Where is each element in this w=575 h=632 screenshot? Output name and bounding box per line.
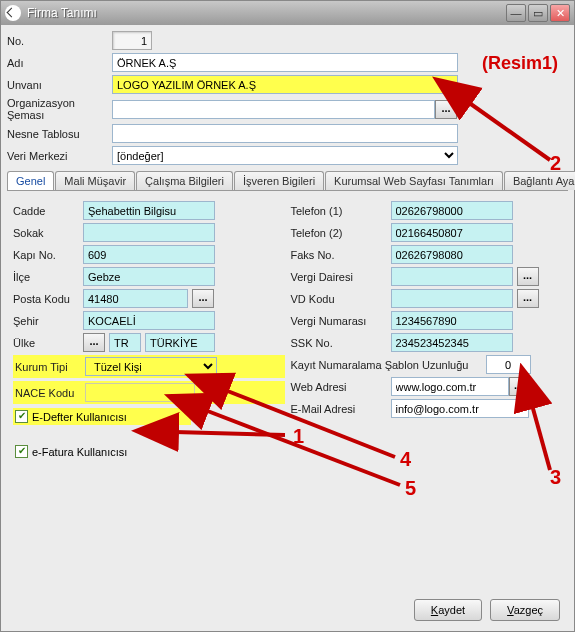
tab-body: Cadde Sokak Kapı No. İlçe Posta Kodu... … <box>7 191 568 466</box>
save-button[interactable]: Kaydet <box>414 599 482 621</box>
tel2-field[interactable] <box>391 223 513 242</box>
tab-genel[interactable]: Genel <box>7 171 54 190</box>
client-area: (Resim1) No. Adı Unvanı Organizasyon Şem… <box>1 25 574 631</box>
email-label: E-Mail Adresi <box>291 403 391 415</box>
unvani-label: Unvanı <box>7 79 112 91</box>
web-label: Web Adresi <box>291 381 391 393</box>
minimize-button[interactable]: — <box>506 4 526 22</box>
sehir-field[interactable] <box>83 311 215 330</box>
posta-field[interactable] <box>83 289 188 308</box>
cadde-field[interactable] <box>83 201 215 220</box>
kayit-field[interactable] <box>486 355 531 374</box>
ilce-field[interactable] <box>83 267 215 286</box>
nace-field[interactable] <box>85 383 195 402</box>
maximize-button[interactable]: ▭ <box>528 4 548 22</box>
ssk-field[interactable] <box>391 333 513 352</box>
vdk-browse-button[interactable]: ... <box>517 289 539 308</box>
nesne-label: Nesne Tablosu <box>7 128 112 140</box>
ulke-code-field[interactable] <box>109 333 141 352</box>
ilce-label: İlçe <box>13 271 83 283</box>
annot-3: 3 <box>550 466 561 489</box>
org-browse-button[interactable]: ... <box>435 100 457 119</box>
tab-strip: Genel Mali Müşavir Çalışma Bilgileri İşv… <box>7 171 568 191</box>
sokak-label: Sokak <box>13 227 83 239</box>
kapi-field[interactable] <box>83 245 215 264</box>
no-label: No. <box>7 35 112 47</box>
sokak-field[interactable] <box>83 223 215 242</box>
annot-4: 4 <box>400 448 411 471</box>
app-icon <box>5 5 21 21</box>
tab-calisma[interactable]: Çalışma Bilgileri <box>136 171 233 190</box>
tel2-label: Telefon (2) <box>291 227 391 239</box>
tab-baglanti[interactable]: Bağlantı Ayarları <box>504 171 575 190</box>
unvani-field[interactable] <box>112 75 458 94</box>
ulke-name-field[interactable] <box>145 333 215 352</box>
adi-field[interactable] <box>112 53 458 72</box>
tab-mali[interactable]: Mali Müşavir <box>55 171 135 190</box>
resim-label: (Resim1) <box>482 53 558 74</box>
efatura-wrap[interactable]: ✔e-Fatura Kullanıcısı <box>13 443 285 460</box>
tel1-field[interactable] <box>391 201 513 220</box>
vd-field[interactable] <box>391 267 513 286</box>
web-field[interactable] <box>391 377 509 396</box>
cancel-button[interactable]: Vazgeç <box>490 599 560 621</box>
no-field[interactable] <box>112 31 152 50</box>
org-field[interactable] <box>112 100 435 119</box>
org-label: Organizasyon Şeması <box>7 97 112 121</box>
close-button[interactable]: ✕ <box>550 4 570 22</box>
annot-2: 2 <box>550 152 561 175</box>
efatura-label: e-Fatura Kullanıcısı <box>32 446 127 458</box>
annot-1: 1 <box>293 425 304 448</box>
cadde-label: Cadde <box>13 205 83 217</box>
vn-label: Vergi Numarası <box>291 315 391 327</box>
veri-label: Veri Merkezi <box>7 150 112 162</box>
kurum-select[interactable]: Tüzel Kişi <box>85 357 217 376</box>
edefter-checkbox[interactable]: ✔ <box>15 410 28 423</box>
veri-select[interactable]: [öndeğer] <box>112 146 458 165</box>
vd-browse-button[interactable]: ... <box>517 267 539 286</box>
sehir-label: Şehir <box>13 315 83 327</box>
vn-field[interactable] <box>391 311 513 330</box>
tab-kurumsal[interactable]: Kurumsal Web Sayfası Tanımları <box>325 171 503 190</box>
firma-window: Firma Tanımı — ▭ ✕ (Resim1) No. Adı Unva… <box>0 0 575 632</box>
efatura-checkbox[interactable]: ✔ <box>15 445 28 458</box>
kapi-label: Kapı No. <box>13 249 83 261</box>
tel1-label: Telefon (1) <box>291 205 391 217</box>
faks-label: Faks No. <box>291 249 391 261</box>
annot-5: 5 <box>405 477 416 500</box>
posta-label: Posta Kodu <box>13 293 83 305</box>
titlebar[interactable]: Firma Tanımı — ▭ ✕ <box>1 1 574 25</box>
adi-label: Adı <box>7 57 112 69</box>
posta-browse-button[interactable]: ... <box>192 289 214 308</box>
vdk-label: VD Kodu <box>291 293 391 305</box>
vd-label: Vergi Dairesi <box>291 271 391 283</box>
faks-field[interactable] <box>391 245 513 264</box>
edefter-label: E-Defter Kullanıcısı <box>32 411 127 423</box>
kayit-label: Kayıt Numaralama Şablon Uzunluğu <box>291 359 486 371</box>
ulke-browse-button[interactable]: ... <box>83 333 105 352</box>
nace-label: NACE Kodu <box>15 387 85 399</box>
ulke-label: Ülke <box>13 337 83 349</box>
vdk-field[interactable] <box>391 289 513 308</box>
tab-isveren[interactable]: İşveren Bigileri <box>234 171 324 190</box>
email-field[interactable] <box>391 399 529 418</box>
kurum-label: Kurum Tipi <box>15 361 85 373</box>
edefter-wrap[interactable]: ✔E-Defter Kullanıcısı <box>13 408 191 425</box>
web-browse-button[interactable]: ... <box>509 377 529 396</box>
nesne-field[interactable] <box>112 124 458 143</box>
window-title: Firma Tanımı <box>27 6 506 20</box>
ssk-label: SSK No. <box>291 337 391 349</box>
